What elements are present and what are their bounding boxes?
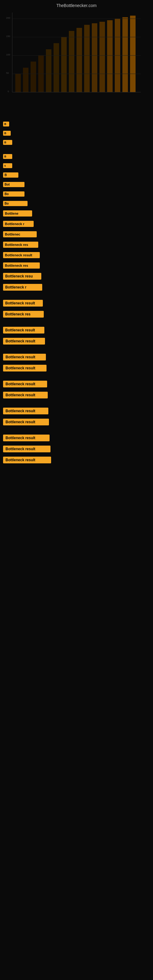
bottleneck-label: Bottleneck result — [3, 434, 49, 441]
bottleneck-item: Bottleneck result — [0, 325, 153, 335]
bottleneck-item: B — [0, 152, 153, 161]
bottleneck-label: Bottleneck result — [3, 381, 47, 387]
bottleneck-item: B — [0, 170, 153, 180]
bottleneck-label: Bottleneck result — [3, 252, 40, 258]
svg-rect-1 — [15, 74, 21, 92]
svg-rect-8 — [69, 31, 74, 92]
svg-rect-3 — [30, 62, 36, 92]
svg-rect-13 — [107, 20, 113, 92]
bottleneck-label: Bottleneck result — [3, 354, 46, 360]
bottleneck-item: Bottleneck res — [0, 309, 153, 320]
bottleneck-label: Bottleneck r — [3, 221, 33, 227]
bottleneck-label: Bottleneck res — [3, 311, 44, 318]
bottleneck-label: B — [3, 122, 9, 126]
site-title: TheBottlenecker.com — [0, 0, 153, 10]
bottleneck-item: B — [0, 138, 153, 147]
bottleneck-label: Bottleneck result — [3, 300, 43, 307]
bottleneck-item: Bottleneck r — [0, 219, 153, 229]
bottleneck-label: s — [3, 163, 12, 168]
bottleneck-item: Bottleneck res — [0, 240, 153, 250]
svg-rect-10 — [84, 25, 90, 92]
bottleneck-label: Bottleneck result — [3, 457, 51, 463]
bottleneck-item: Bottleneck result — [0, 417, 153, 427]
svg-text:150: 150 — [6, 35, 10, 38]
bottleneck-label: B — [3, 140, 12, 145]
svg-rect-2 — [23, 68, 29, 92]
svg-text:200: 200 — [6, 16, 10, 19]
svg-text:100: 100 — [6, 53, 10, 56]
svg-text:0: 0 — [8, 90, 9, 93]
bottleneck-label: Bottleneck result — [3, 392, 48, 398]
site-header: TheBottlenecker.com — [0, 0, 153, 10]
bottleneck-label: Bottleneck r — [3, 284, 42, 291]
bottleneck-item: Bottleneck result — [0, 444, 153, 454]
bottleneck-item: Bottleneck result — [0, 433, 153, 443]
bottleneck-label: B — [3, 172, 18, 178]
bottleneck-item: Bo — [0, 199, 153, 208]
svg-rect-7 — [61, 37, 67, 92]
bottleneck-item: Bottleneck result — [0, 455, 153, 465]
bottleneck-item: Bottlene — [0, 208, 153, 218]
bottleneck-item: Bottleneck resu — [0, 271, 153, 282]
bottleneck-item: Bottleneck result — [0, 379, 153, 389]
bottleneck-item: B — [0, 120, 153, 128]
bottleneck-item: Bottleneck result — [0, 390, 153, 400]
bottleneck-item: Bot — [0, 180, 153, 189]
bottleneck-label: Bottleneck result — [3, 365, 46, 371]
bottleneck-label: Bottleneck resu — [3, 273, 41, 280]
svg-rect-6 — [54, 43, 59, 92]
bottleneck-label: Bottleneck result — [3, 407, 48, 414]
svg-rect-16 — [130, 16, 135, 92]
bottleneck-item: Bottleneck r — [0, 282, 153, 293]
bottleneck-item: s — [0, 161, 153, 170]
svg-rect-12 — [99, 22, 105, 92]
bottleneck-item: Bottleneck result — [0, 250, 153, 260]
svg-rect-15 — [123, 17, 128, 92]
bottleneck-label: Bot — [3, 182, 24, 187]
bottleneck-item: Bottleneck res — [0, 261, 153, 270]
bottleneck-label: B — [3, 131, 11, 136]
bottleneck-item: Bottlenec — [0, 229, 153, 239]
svg-rect-5 — [46, 49, 51, 92]
bottleneck-label: Bottleneck result — [3, 338, 45, 345]
bottleneck-label: Bottlene — [3, 210, 32, 216]
bottleneck-label: Bottleneck res — [3, 242, 38, 248]
bottleneck-item: Bottleneck result — [0, 298, 153, 309]
svg-rect-9 — [76, 28, 82, 92]
bottleneck-label: B — [3, 154, 12, 159]
bottleneck-item: Bottleneck result — [0, 352, 153, 362]
svg-text:50: 50 — [6, 72, 9, 75]
bottleneck-label: Bottleneck res — [3, 262, 40, 269]
bottleneck-label: Bo — [3, 201, 27, 206]
bottleneck-label: Bottlenec — [3, 231, 37, 237]
bottleneck-item: Bo — [0, 189, 153, 199]
bottleneck-item: Bottleneck result — [0, 406, 153, 416]
bottleneck-item: Bottleneck result — [0, 336, 153, 346]
svg-rect-11 — [92, 23, 97, 92]
bottleneck-list: BBBBsBBotBoBoBottleneBottleneck rBottlen… — [0, 120, 153, 472]
bottleneck-label: Bottleneck result — [3, 327, 45, 334]
chart-area: 0 50 100 150 200 — [0, 13, 153, 111]
bottleneck-label: Bo — [3, 191, 24, 197]
bottleneck-label: Bottleneck result — [3, 418, 49, 425]
bottleneck-label: Bottleneck result — [3, 445, 51, 452]
bottleneck-item: Bottleneck result — [0, 363, 153, 373]
bottleneck-item: B — [0, 129, 153, 137]
